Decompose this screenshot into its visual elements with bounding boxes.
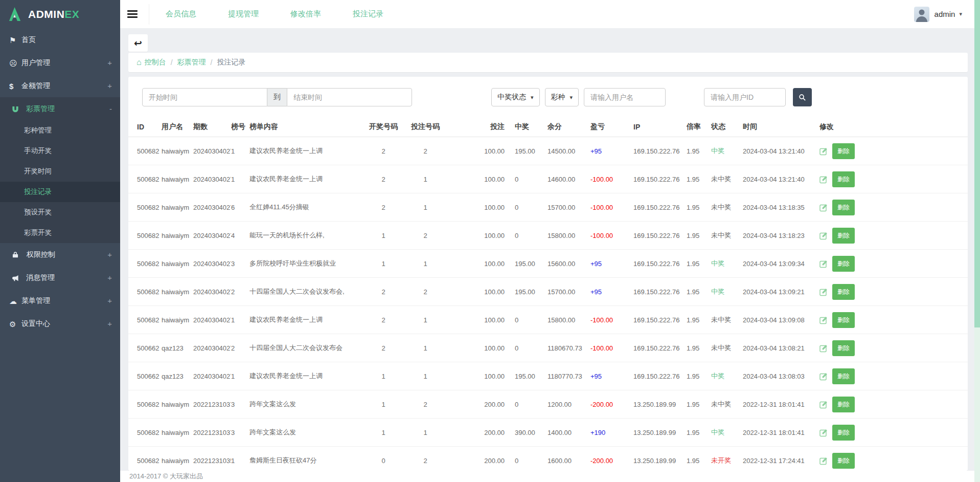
row-actions: 删除 bbox=[819, 368, 968, 384]
sidebar-subitem-bet-records[interactable]: 投注记录 bbox=[0, 182, 120, 202]
sidebar-subitem-lottery-type[interactable]: 彩种管理 bbox=[0, 120, 120, 141]
win-status-select[interactable]: 中奖状态▾ bbox=[491, 88, 540, 106]
cell: 未开奖 bbox=[711, 456, 743, 465]
scrollbar-thumb[interactable] bbox=[974, 0, 980, 327]
search-button[interactable] bbox=[793, 88, 812, 106]
sidebar-item-message-manage[interactable]: 消息管理+ bbox=[0, 266, 120, 289]
sidebar: ADMINEX ⚑首页☹用户管理+$金额管理+彩票管理-彩种管理手动开奖开奖时间… bbox=[0, 0, 120, 482]
table-header-row: ID用户名期数榜号榜单内容开奖号码投注号码投注中奖余分盈亏IP倍率状态时间修改 bbox=[128, 117, 968, 137]
brand-admin: ADMIN bbox=[28, 8, 64, 20]
edit-icon[interactable] bbox=[819, 316, 828, 324]
sidebar-item-menu-manage[interactable]: ☁菜单管理+ bbox=[0, 289, 120, 312]
row-actions: 删除 bbox=[819, 340, 968, 356]
edit-icon[interactable] bbox=[819, 203, 828, 212]
cell: 2 bbox=[231, 344, 249, 352]
table-row: 500682haiwaiym202403040271建议农民养老金统一上调211… bbox=[128, 306, 968, 334]
delete-button[interactable]: 删除 bbox=[832, 368, 855, 384]
delete-button[interactable]: 删除 bbox=[832, 312, 855, 328]
cell: haiwaiym bbox=[162, 316, 193, 324]
sidebar-item-home[interactable]: ⚑首页 bbox=[0, 28, 120, 51]
user-menu[interactable]: admin ▾ bbox=[914, 0, 962, 28]
flag-icon: ⚑ bbox=[9, 29, 21, 52]
cell: 跨年文案这么发 bbox=[249, 428, 364, 437]
delete-button[interactable]: 删除 bbox=[832, 171, 855, 187]
edit-icon[interactable] bbox=[819, 175, 828, 184]
delete-button[interactable]: 删除 bbox=[832, 228, 855, 244]
page-scrollbar[interactable] bbox=[974, 0, 980, 482]
edit-icon[interactable] bbox=[819, 372, 828, 381]
sidebar-subitem-manual-draw[interactable]: 手动开奖 bbox=[0, 141, 120, 161]
sidebar-item-permission[interactable]: 权限控制+ bbox=[0, 243, 120, 266]
nav-link-withdraw-manage[interactable]: 提现管理 bbox=[228, 9, 259, 19]
cell: 2024-03-04 13:18:35 bbox=[743, 204, 819, 211]
delete-button[interactable]: 删除 bbox=[832, 453, 855, 469]
column-header: 开奖号码 bbox=[364, 122, 405, 132]
breadcrumb-console[interactable]: 控制台 bbox=[145, 58, 166, 67]
delete-button[interactable]: 删除 bbox=[832, 425, 855, 441]
sidebar-item-lottery-manage[interactable]: 彩票管理- bbox=[0, 97, 120, 120]
top-navbar: 会员信息提现管理修改倍率投注记录 admin ▾ bbox=[120, 0, 974, 28]
edit-icon[interactable] bbox=[819, 400, 828, 409]
page-footer: 2014-2017 © 大玩家出品 bbox=[120, 471, 974, 482]
breadcrumb-lottery[interactable]: 彩票管理 bbox=[177, 58, 206, 67]
nav-link-bet-records[interactable]: 投注记录 bbox=[353, 9, 383, 19]
app-logo: ADMINEX bbox=[0, 0, 120, 28]
sidebar-subitem-preset-draw[interactable]: 预设开奖 bbox=[0, 202, 120, 223]
cell: 2 bbox=[364, 316, 405, 324]
sidebar-subitem-draw-time[interactable]: 开奖时间 bbox=[0, 161, 120, 182]
row-actions: 删除 bbox=[819, 425, 968, 441]
delete-button[interactable]: 删除 bbox=[832, 340, 855, 356]
cell: -100.00 bbox=[590, 316, 633, 324]
menu-toggle-icon[interactable] bbox=[127, 10, 138, 18]
sidebar-group-lottery-manage: 彩票管理-彩种管理手动开奖开奖时间投注记录预设开奖彩票开奖 bbox=[0, 97, 120, 243]
row-actions: 删除 bbox=[819, 397, 968, 412]
nav-link-member-info[interactable]: 会员信息 bbox=[166, 9, 196, 19]
edit-icon[interactable] bbox=[819, 259, 828, 268]
cell: 1 bbox=[231, 147, 249, 155]
cell: 中奖 bbox=[711, 428, 743, 437]
cell: 20240304027 bbox=[193, 344, 231, 352]
cell: 0 bbox=[515, 316, 548, 324]
sidebar-subitem-lottery-draw[interactable]: 彩票开奖 bbox=[0, 223, 120, 243]
edit-icon[interactable] bbox=[819, 344, 828, 353]
edit-icon[interactable] bbox=[819, 456, 828, 465]
username-input[interactable] bbox=[584, 88, 666, 106]
column-header: 用户名 bbox=[162, 122, 193, 132]
row-actions: 删除 bbox=[819, 453, 968, 469]
table-row: 500682haiwaiym202403040272十四届全国人大二次会议发布会… bbox=[128, 278, 968, 306]
table-row: 500682haiwaiym202403040274能玩一天的机场长什么样,12… bbox=[128, 222, 968, 250]
userid-input[interactable] bbox=[704, 88, 786, 106]
column-header: ID bbox=[137, 123, 162, 131]
cell: 1 bbox=[364, 232, 405, 239]
cell: 195.00 bbox=[515, 260, 548, 268]
delete-button[interactable]: 删除 bbox=[832, 200, 855, 215]
delete-button[interactable]: 删除 bbox=[832, 284, 855, 300]
delete-button[interactable]: 删除 bbox=[832, 143, 855, 159]
edit-icon[interactable] bbox=[819, 147, 828, 156]
cell: 100.00 bbox=[448, 288, 515, 296]
cell: 未中奖 bbox=[711, 343, 743, 353]
sidebar-item-user-manage[interactable]: ☹用户管理+ bbox=[0, 51, 120, 74]
delete-button[interactable]: 删除 bbox=[832, 397, 855, 412]
back-button[interactable]: ↩ bbox=[128, 34, 148, 52]
lottery-type-select[interactable]: 彩种▾ bbox=[545, 88, 579, 106]
nav-link-modify-rate[interactable]: 修改倍率 bbox=[290, 9, 321, 19]
cell: 2 bbox=[405, 457, 448, 465]
cell: 20240304027 bbox=[193, 176, 231, 183]
edit-icon[interactable] bbox=[819, 288, 828, 296]
sidebar-item-settings[interactable]: ⚙设置中心+ bbox=[0, 312, 120, 335]
cell: 500662 bbox=[137, 373, 162, 380]
column-header: 时间 bbox=[743, 122, 819, 132]
cell: 中奖 bbox=[711, 146, 743, 156]
cell: 1 bbox=[231, 457, 249, 465]
gear-icon: ⚙ bbox=[9, 313, 21, 336]
cell: 2024-03-04 13:08:03 bbox=[743, 373, 819, 380]
edit-icon[interactable] bbox=[819, 428, 828, 437]
sidebar-item-money-manage[interactable]: $金额管理+ bbox=[0, 74, 120, 97]
delete-button[interactable]: 删除 bbox=[832, 256, 855, 272]
start-time-input[interactable] bbox=[142, 88, 267, 106]
edit-icon[interactable] bbox=[819, 231, 828, 240]
end-time-input[interactable] bbox=[287, 88, 412, 106]
cell: 100.00 bbox=[448, 232, 515, 239]
date-to-label: 到 bbox=[267, 88, 287, 106]
